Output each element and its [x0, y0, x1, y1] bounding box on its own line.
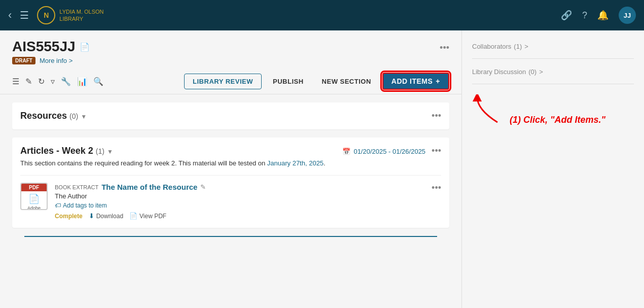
- link-icon[interactable]: 🔗: [561, 10, 572, 21]
- content: Resources (0) ▼ ••• Articles - Week 2 (1…: [0, 94, 461, 250]
- annotation-area: (1) Click, "Add Items.": [472, 94, 634, 125]
- main-panel: AIS555JJ 📄 DRAFT More info > ••• ☰ ✎ ↻ ▿…: [0, 30, 461, 308]
- add-items-button[interactable]: ADD ITEMS +: [382, 73, 449, 90]
- back-button[interactable]: ‹: [8, 9, 12, 22]
- annotation: (1) Click, "Add Items.": [472, 94, 634, 125]
- sidebar: Collaborators (1) > Library Discussion (…: [461, 30, 644, 308]
- toolbar-left: ☰ ✎ ↻ ▿ 🔧 📊 🔍: [12, 77, 180, 86]
- search-icon[interactable]: 🔍: [93, 77, 103, 86]
- add-items-label: ADD ITEMS: [391, 77, 433, 85]
- wrench-icon[interactable]: 🔧: [61, 77, 71, 86]
- resource-actions: Complete ⬇ Download 📄 View PDF: [55, 212, 424, 220]
- resources-section-title: Resources (0) ▼: [20, 111, 87, 121]
- view-pdf-icon: 📄: [129, 212, 137, 220]
- notification-icon[interactable]: 🔔: [597, 10, 609, 21]
- articles-section-desc: This section contains the required readi…: [20, 159, 441, 167]
- header-right: 🔗 ? 🔔 JJ: [561, 7, 636, 24]
- tag-icon: 🏷: [55, 202, 61, 209]
- draft-badge: DRAFT: [12, 57, 35, 64]
- library-discussion-link[interactable]: Library Discussion (0) >: [472, 66, 634, 77]
- resource-tags: 🏷 Add tags to item: [55, 202, 424, 209]
- collaborators-section: Collaborators (1) >: [472, 41, 634, 59]
- library-discussion-chevron: >: [539, 68, 543, 76]
- view-pdf-link[interactable]: 📄 View PDF: [129, 212, 166, 220]
- page-header-menu[interactable]: •••: [440, 43, 449, 53]
- user-initials: JJ: [624, 12, 631, 19]
- resource-author: The Author: [55, 192, 424, 200]
- resources-section-count: (0): [69, 112, 78, 120]
- articles-section-title: Articles - Week 2 (1) ▼: [20, 146, 113, 156]
- page-subtitle: DRAFT More info >: [12, 57, 90, 64]
- header-left: ‹ ☰ N LYDIA M. OLSONLIBRARY: [8, 6, 104, 24]
- edit-tool-icon[interactable]: ✎: [25, 77, 32, 86]
- collaborators-link[interactable]: Collaborators (1) >: [472, 41, 634, 51]
- page-header-info: AIS555JJ 📄 DRAFT More info >: [12, 39, 90, 64]
- articles-date-range: 01/20/2025 - 01/26/2025: [353, 148, 425, 155]
- articles-section-right: 📅 01/20/2025 - 01/26/2025 •••: [342, 146, 441, 156]
- filter-icon[interactable]: ▿: [51, 77, 55, 86]
- add-items-plus: +: [436, 77, 440, 85]
- calendar-icon: 📅: [342, 148, 350, 155]
- annotation-text: (1) Click, "Add Items.": [505, 115, 605, 125]
- page-title: AIS555JJ: [12, 39, 76, 55]
- page-header: AIS555JJ 📄 DRAFT More info > •••: [0, 30, 461, 69]
- new-section-button[interactable]: NEW SECTION: [315, 74, 378, 89]
- articles-section-meta: 📅 01/20/2025 - 01/26/2025: [342, 148, 425, 155]
- download-link[interactable]: ⬇ Download: [89, 212, 123, 220]
- main-layout: AIS555JJ 📄 DRAFT More info > ••• ☰ ✎ ↻ ▿…: [0, 30, 644, 308]
- resource-title[interactable]: The Name of the Resource: [101, 183, 197, 191]
- logo-initials: N: [44, 11, 49, 19]
- articles-section: Articles - Week 2 (1) ▼ 📅 01/20/2025 - 0…: [12, 138, 449, 228]
- bottom-divider: [24, 236, 437, 237]
- resources-section-header: Resources (0) ▼ •••: [20, 111, 441, 121]
- status-complete: Complete: [55, 213, 83, 220]
- logo: N LYDIA M. OLSONLIBRARY: [37, 6, 103, 24]
- help-icon[interactable]: ?: [582, 10, 587, 21]
- edit-icon[interactable]: 📄: [80, 42, 90, 52]
- list-icon[interactable]: ☰: [12, 77, 19, 86]
- logo-text: LYDIA M. OLSONLIBRARY: [59, 8, 103, 23]
- arrow-container: [472, 94, 503, 125]
- toolbar-right: LIBRARY REVIEW PUBLISH NEW SECTION ADD I…: [184, 73, 449, 90]
- articles-section-menu[interactable]: •••: [432, 146, 441, 156]
- header: ‹ ☰ N LYDIA M. OLSONLIBRARY 🔗 ? 🔔 JJ: [0, 0, 644, 30]
- user-avatar[interactable]: JJ: [619, 7, 636, 24]
- resource-item-menu[interactable]: •••: [432, 183, 441, 193]
- download-icon: ⬇: [89, 212, 94, 220]
- resource-info: Book Extract The Name of the Resource ✎ …: [55, 183, 424, 220]
- page-title-row: AIS555JJ 📄: [12, 39, 90, 55]
- articles-section-count: (1): [96, 147, 104, 155]
- resource-edit-icon[interactable]: ✎: [200, 183, 206, 191]
- resource-type: Book Extract: [55, 184, 98, 190]
- resources-section: Resources (0) ▼ •••: [12, 102, 449, 129]
- toolbar: ☰ ✎ ↻ ▿ 🔧 📊 🔍 LIBRARY REVIEW PUBLISH NEW…: [0, 69, 461, 94]
- more-info-link[interactable]: More info >: [40, 57, 73, 64]
- resources-section-menu[interactable]: •••: [432, 111, 441, 121]
- chart-icon[interactable]: 📊: [77, 77, 87, 86]
- collaborators-chevron: >: [524, 43, 528, 50]
- refresh-icon[interactable]: ↻: [38, 77, 45, 86]
- articles-section-header: Articles - Week 2 (1) ▼ 📅 01/20/2025 - 0…: [20, 146, 441, 156]
- publish-button[interactable]: PUBLISH: [266, 74, 311, 89]
- menu-button[interactable]: ☰: [20, 9, 29, 21]
- add-tags-link[interactable]: Add tags to item: [63, 202, 107, 209]
- logo-circle: N: [37, 6, 55, 24]
- resource-item: PDF 📄 Adobe Book Extract The Name of the…: [20, 175, 441, 220]
- arrow-svg: [472, 94, 503, 125]
- library-discussion-section: Library Discussion (0) >: [472, 66, 634, 84]
- library-review-button[interactable]: LIBRARY REVIEW: [184, 74, 262, 89]
- pdf-icon: PDF 📄 Adobe: [20, 183, 48, 210]
